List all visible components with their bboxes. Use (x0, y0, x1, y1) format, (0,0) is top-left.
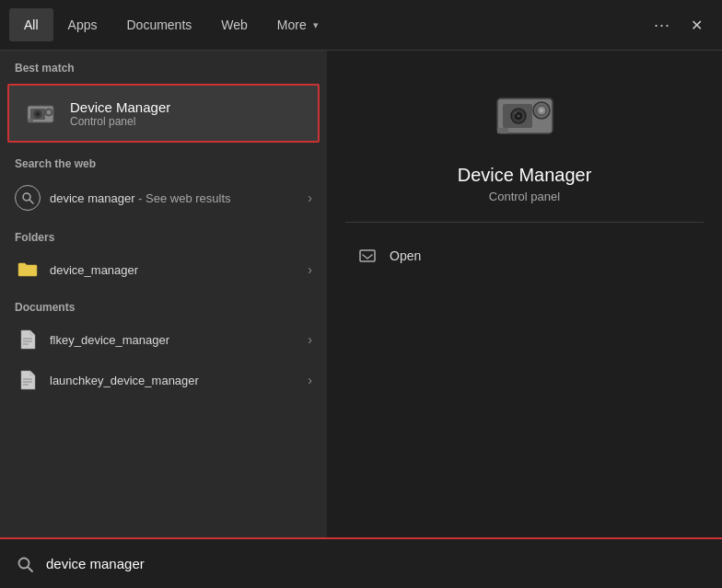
search-bar (0, 537, 722, 588)
document-icon-2 (15, 367, 41, 393)
web-section-label: Search the web (0, 146, 327, 176)
flkey-chevron-icon: › (308, 332, 312, 347)
svg-point-26 (19, 558, 29, 568)
svg-rect-20 (497, 128, 508, 133)
right-panel-app-icon (488, 78, 562, 152)
action-open-label: Open (390, 248, 421, 263)
svg-point-23 (517, 115, 519, 118)
top-nav: All Apps Documents Web More ▾ ··· ✕ (0, 0, 722, 51)
tab-apps[interactable]: Apps (53, 8, 112, 41)
tab-all[interactable]: All (9, 8, 53, 41)
tab-documents[interactable]: Documents (111, 8, 206, 41)
document-item-flkey[interactable]: flkey_device_manager › (0, 319, 327, 360)
folder-chevron-icon: › (308, 262, 312, 277)
right-panel-subtitle: Control panel (489, 190, 560, 203)
open-icon (355, 243, 380, 269)
svg-point-19 (540, 109, 543, 112)
right-panel-title: Device Manager (458, 165, 592, 186)
close-button[interactable]: ✕ (680, 8, 713, 41)
svg-point-3 (47, 110, 51, 114)
web-search-item[interactable]: device manager - See web results › (0, 176, 327, 220)
folder-item-device-manager[interactable]: device_manager › (0, 249, 327, 290)
right-panel-divider (345, 222, 704, 223)
web-search-chevron-icon: › (308, 190, 312, 205)
tab-more[interactable]: More ▾ (262, 8, 333, 41)
document-launchkey-text: launchkey_device_manager (50, 374, 308, 387)
folders-label: Folders (0, 220, 327, 249)
right-panel: Device Manager Control panel Open (327, 51, 722, 537)
main-container: Best match Device Manager C (0, 51, 722, 537)
search-input[interactable] (46, 556, 709, 571)
best-match-subtitle: Control panel (70, 115, 170, 128)
tab-web[interactable]: Web (206, 8, 262, 41)
best-match-label: Best match (0, 51, 327, 80)
device-manager-icon (22, 95, 59, 132)
action-open[interactable]: Open (345, 236, 704, 276)
best-match-title: Device Manager (70, 99, 170, 115)
chevron-down-icon: ▾ (313, 19, 319, 31)
svg-rect-4 (28, 119, 33, 122)
best-match-item[interactable]: Device Manager Control panel (7, 84, 320, 143)
svg-line-8 (30, 201, 34, 204)
svg-point-24 (515, 112, 517, 114)
web-search-text: device manager - See web results (50, 191, 308, 205)
launchkey-chevron-icon: › (308, 373, 312, 387)
search-web-icon (15, 185, 41, 211)
svg-point-7 (23, 193, 30, 201)
search-icon (13, 552, 37, 576)
svg-point-6 (36, 112, 40, 116)
folder-icon (15, 257, 41, 282)
documents-label: Documents (0, 290, 327, 319)
document-icon (15, 327, 41, 352)
svg-rect-25 (360, 250, 375, 261)
more-options-button[interactable]: ··· (645, 10, 680, 40)
best-match-text: Device Manager Control panel (70, 99, 170, 128)
folder-item-text: device_manager (50, 263, 308, 277)
document-item-launchkey[interactable]: launchkey_device_manager › (0, 360, 327, 400)
document-flkey-text: flkey_device_manager (50, 333, 308, 347)
svg-line-27 (29, 567, 33, 571)
left-panel: Best match Device Manager C (0, 51, 327, 537)
